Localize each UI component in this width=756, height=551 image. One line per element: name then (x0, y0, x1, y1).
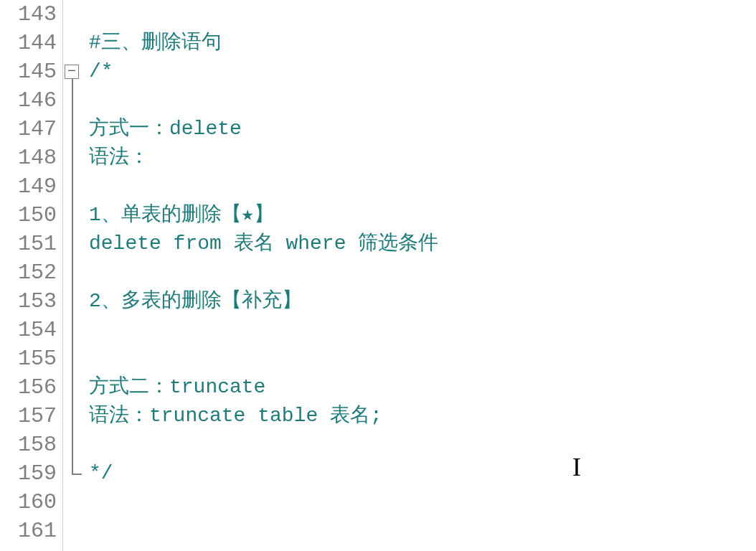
line-number: 154 (0, 316, 62, 344)
code-line[interactable]: delete from 表名 where 筛选条件 (85, 230, 756, 258)
line-number: 156 (0, 373, 62, 402)
line-number: 159 (0, 459, 62, 488)
line-number: 150 (0, 201, 62, 230)
line-number: 148 (0, 143, 62, 172)
line-number: 152 (0, 258, 62, 287)
code-line[interactable]: #三、删除语句 (85, 29, 756, 57)
code-editor-area[interactable]: I #三、删除语句/*方式一：delete语法：1、单表的删除【★】delete… (85, 0, 756, 551)
code-line[interactable]: /* (85, 57, 756, 86)
line-number: 146 (0, 86, 62, 115)
line-number: 147 (0, 115, 62, 143)
code-line[interactable] (85, 344, 756, 373)
code-line[interactable] (85, 86, 756, 115)
fold-column: − (63, 0, 85, 551)
fold-toggle-icon[interactable]: − (65, 65, 79, 79)
code-line[interactable]: */ (85, 459, 756, 488)
line-number: 160 (0, 488, 62, 517)
code-line[interactable]: 语法： (85, 143, 756, 172)
code-line[interactable] (85, 172, 756, 201)
code-line[interactable]: 方式二：truncate (85, 373, 756, 402)
fold-guide-end (72, 474, 82, 475)
code-line[interactable] (85, 0, 756, 29)
line-number: 149 (0, 172, 62, 201)
code-line[interactable]: 语法：truncate table 表名; (85, 402, 756, 430)
line-number: 161 (0, 517, 62, 545)
fold-guide-vertical (72, 79, 73, 474)
fold-symbol: − (67, 65, 76, 79)
line-number: 157 (0, 402, 62, 430)
line-number: 144 (0, 29, 62, 57)
line-number: 151 (0, 230, 62, 258)
line-number-gutter: 1431441451461471481491501511521531541551… (0, 0, 63, 551)
code-line[interactable] (85, 430, 756, 459)
line-number: 158 (0, 430, 62, 459)
line-number: 155 (0, 344, 62, 373)
line-number: 145 (0, 57, 62, 86)
code-line[interactable] (85, 517, 756, 545)
code-line[interactable]: 2、多表的删除【补充】 (85, 287, 756, 316)
code-line[interactable] (85, 316, 756, 344)
line-number: 143 (0, 0, 62, 29)
code-line[interactable] (85, 258, 756, 287)
code-line[interactable] (85, 488, 756, 517)
code-line[interactable]: 方式一：delete (85, 115, 756, 143)
code-line[interactable]: 1、单表的删除【★】 (85, 201, 756, 230)
line-number: 153 (0, 287, 62, 316)
